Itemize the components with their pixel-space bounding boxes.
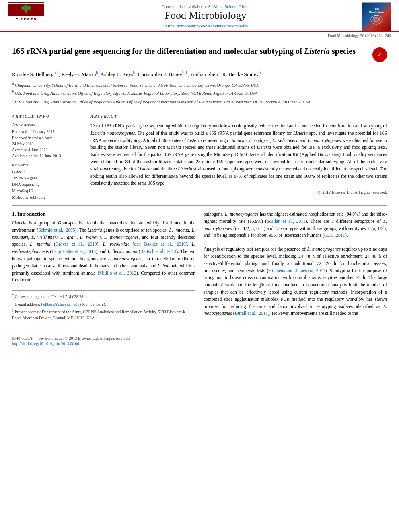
affiliation-c: c U.S. Food and Drug Administration, Off…	[12, 98, 387, 105]
svg-point-7	[375, 21, 376, 22]
accepted-date: Accepted 4 June 2013	[12, 147, 82, 153]
footnote-corresponding: * Corresponding author. Tel.: +1 714 628…	[12, 293, 195, 300]
elsevier-tree-icon	[12, 5, 40, 14]
keyword-microseq: MicroSeq ID	[12, 188, 82, 194]
info-abstract-section: ARTICLE INFO Article history: Received 1…	[12, 114, 387, 201]
affiliation-a: a Chapman University, School of Earth an…	[12, 81, 387, 88]
article-history-label: Article history:	[12, 123, 82, 127]
article-title-section: 16S rRNA partial gene sequencing for the…	[12, 46, 387, 65]
intro-heading: 1. Introduction	[12, 211, 195, 217]
header-left: ELSEVIER	[8, 2, 56, 25]
available-date: Available online 12 June 2013	[12, 153, 82, 159]
sciverse-link[interactable]: SciVerse ScienceDirect	[208, 4, 249, 9]
elsevier-logo-box: ELSEVIER	[8, 2, 44, 23]
authors-line: Rosalee S. Hellberga,*, Keely G. Martinb…	[12, 69, 387, 79]
right-paragraph1: pathogens, L. monocytogenes has the high…	[204, 211, 387, 239]
footer-doi[interactable]: http://dx.doi.org/10.1016/j.fm.2013.06.0…	[12, 341, 387, 346]
abstract-col: ABSTRACT Use of 16S rRNA partial gene se…	[90, 114, 387, 201]
keyword-molecular: Molecular subtyping	[12, 194, 82, 201]
affiliation-b: b U.S. Food and Drug Administration, Off…	[12, 89, 387, 97]
footnote-email: E-mail address: hellberg@chapman.edu (R.…	[12, 301, 195, 307]
journal-logo-image: FoodMicrobiology	[362, 2, 391, 31]
journal-header: ELSEVIER Contents lists available at Sci…	[0, 0, 399, 32]
svg-point-5	[373, 17, 375, 18]
header-center: Contents lists available at SciVerse Sci…	[56, 2, 355, 31]
journal-homepage: journal homepage: www.elsevier.com/locat…	[60, 23, 351, 28]
keywords-list: Listeria 16S rRNA gene DNA sequencing Mi…	[12, 168, 82, 201]
footnote-1: 1 Present address: Department of the Arm…	[12, 308, 195, 321]
affiliations: a Chapman University, School of Earth an…	[12, 81, 387, 105]
abstract-heading: ABSTRACT	[90, 114, 387, 120]
footnote-email-link[interactable]: hellberg@chapman.edu	[41, 302, 79, 306]
article-info-col: ARTICLE INFO Article history: Received 1…	[12, 114, 82, 201]
svg-rect-2	[25, 10, 27, 13]
journal-title: Food Microbiology	[60, 10, 351, 22]
keywords-label: Keywords:	[12, 163, 82, 167]
received-revised-date: 24 May 2013	[12, 141, 82, 147]
footer-issn: 0740-0020/$ — see front matter © 2013 El…	[12, 335, 387, 341]
svg-point-1	[21, 5, 31, 11]
keyword-dna: DNA sequencing	[12, 181, 82, 188]
abstract-text: Use of 16S rRNA partial gene sequencing …	[90, 123, 387, 187]
footnotes: * Corresponding author. Tel.: +1 714 628…	[12, 290, 195, 321]
intro-paragraph1: Listeria is a group of Gram-positive fac…	[12, 220, 195, 284]
elsevier-text: ELSEVIER	[16, 16, 37, 22]
article-meta-line: Food Microbiology 36 (2013) 231–240	[0, 32, 399, 39]
keyword-listeria: Listeria	[12, 168, 82, 175]
svg-point-6	[378, 18, 380, 19]
right-paragraph2: Analysis of regulatory test samples for …	[204, 246, 387, 317]
section-divider	[12, 110, 387, 110]
footer-bar: 0740-0020/$ — see front matter © 2013 El…	[0, 333, 399, 348]
header-right: FoodMicrobiology	[355, 2, 391, 31]
main-content: 16S rRNA partial gene sequencing for the…	[0, 39, 399, 329]
keyword-16s: 16S rRNA gene	[12, 175, 82, 181]
crossmark-badge[interactable]: ✓	[372, 47, 387, 62]
copyright-notice: © 2013 Elsevier Ltd. All rights reserved…	[90, 190, 387, 195]
page-wrapper: ELSEVIER Contents lists available at Sci…	[0, 0, 399, 348]
sciverse-text: Contents lists available at SciVerse Sci…	[60, 4, 351, 9]
article-info-heading: ARTICLE INFO	[12, 114, 82, 120]
article-title: 16S rRNA partial gene sequencing for the…	[12, 46, 372, 56]
body-left-col: 1. Introduction Listeria is a group of G…	[12, 211, 195, 322]
received-revised-label: Received in revised form	[12, 135, 82, 141]
bottom-rule	[12, 205, 387, 206]
body-right-col: pathogens, L. monocytogenes has the high…	[204, 211, 387, 322]
received-date: Received 11 January 2013	[12, 129, 82, 135]
food-microbiology-logo-icon	[368, 14, 385, 26]
body-content: 1. Introduction Listeria is a group of G…	[12, 211, 387, 322]
